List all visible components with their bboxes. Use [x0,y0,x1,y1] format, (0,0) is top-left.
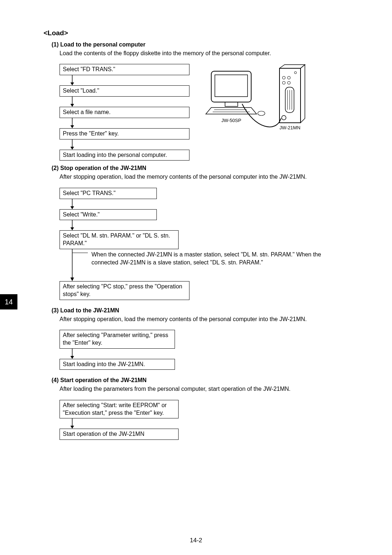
arrow-down-icon [70,139,189,150]
svg-marker-30 [70,278,74,281]
illus-pc-label: JW-50SP [221,118,241,123]
arrow-down-icon [70,220,359,230]
sub1-title: (1) Load to the personal computer [52,41,359,48]
arrow-down-icon [70,418,359,429]
svg-point-19 [287,81,290,84]
svg-point-17 [294,72,297,74]
svg-point-24 [282,116,286,120]
flow-step: Select "FD TRANS." [60,64,189,75]
flow-step: Select "Load." [60,85,189,97]
svg-point-16 [287,76,290,79]
sub3-title: (3) Load to the JW-21MN [52,307,359,314]
svg-point-18 [282,81,285,84]
sub2-title: (2) Stop operation of the JW-21MN [52,165,359,171]
arrow-down-icon [70,349,359,359]
arrow-down-icon [70,249,91,281]
svg-marker-1 [70,82,74,85]
arrow-down-icon [70,97,189,107]
flow-step: Select a file name. [60,107,189,118]
svg-rect-9 [215,75,248,97]
sub4-desc: After loading the parameters from the pe… [60,385,359,393]
svg-marker-35 [70,426,74,429]
flow-step: Start loading into the JW-21MN. [60,359,175,370]
flow-step: Start operation of the JW-21MN [60,429,179,440]
sub2-desc: After stopping operation, load the memor… [60,173,359,181]
section-title: <Load> [44,29,359,37]
svg-rect-8 [211,71,251,102]
sub1-flow: Select "FD TRANS." Select "Load." Select… [60,64,189,161]
illus-module-label: JW-21MN [279,125,301,130]
flow-step: After selecting "Parameter writing," pre… [60,330,175,349]
svg-point-15 [282,76,285,79]
flow-step: Start loading into the personal computer… [60,150,189,161]
svg-marker-26 [70,206,74,209]
svg-marker-5 [70,125,74,128]
sub3-flow: After selecting "Parameter writing," pre… [60,330,359,370]
arrow-down-icon [70,118,189,128]
svg-rect-10 [225,102,238,106]
svg-rect-14 [279,68,301,123]
sub4-title: (4) Start operation of the JW-21MN [52,377,359,384]
sub4-flow: After selecting "Start: write EEPROM" or… [60,400,359,440]
flow-step: After selecting "Start: write EEPROM" or… [60,400,179,419]
flow-step: Press the "Enter" key. [60,128,189,139]
sub1-desc: Load the contents of the floppy diskette… [60,49,359,57]
svg-marker-28 [70,227,74,230]
flow-step: Select "Write." [60,209,157,220]
sidenote-text: When the connected JW-21MN is a master s… [91,249,324,266]
sub3-desc: After stopping operation, load the memor… [60,315,359,323]
arrow-down-icon [70,199,359,209]
flow-step: Select "PC TRANS." [60,188,157,199]
flow-step: Select "DL M. stn. PARAM." or "DL S. stn… [60,230,179,249]
sub2-flow: Select "PC TRANS." Select "Write." Selec… [60,188,359,300]
page-number: 14-2 [0,537,392,544]
svg-marker-33 [70,356,74,359]
svg-point-13 [258,111,265,116]
hardware-illustration: JW-50SP JW-21MN [200,64,309,137]
svg-marker-7 [70,147,74,150]
arrow-down-icon [70,75,189,85]
svg-marker-3 [70,104,74,107]
flow-step: After selecting "PC stop," press the "Op… [60,281,189,300]
